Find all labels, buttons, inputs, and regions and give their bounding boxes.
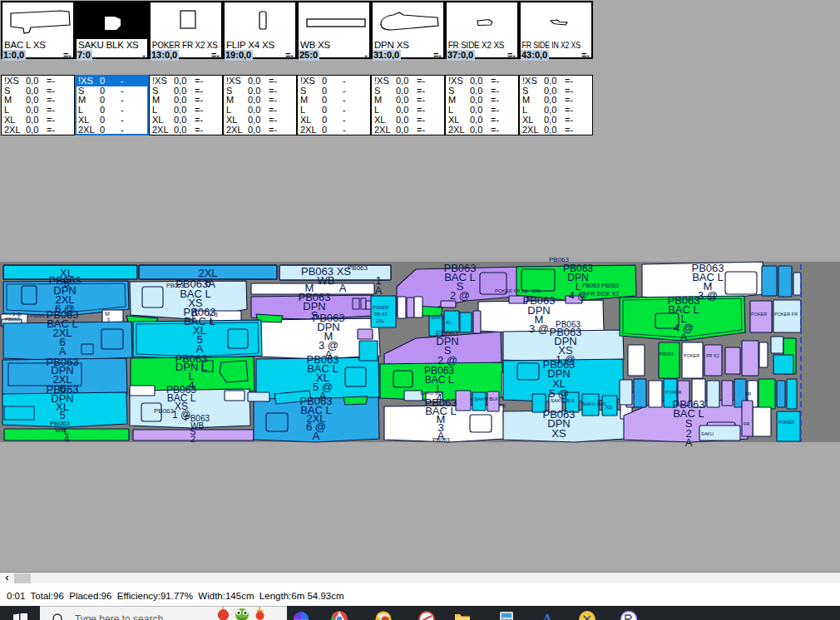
svg-text:2: 2 [190,434,195,444]
svg-text:A: A [313,430,320,442]
svg-text:XS: XS [605,405,612,410]
svg-text:POKER: POKER [684,353,699,358]
svg-text:4 @: 4 @ [569,290,587,302]
svg-text:PB063: PB063 [549,256,570,263]
svg-text:XS: XS [551,427,566,440]
svg-text:PB063: PB063 [348,264,368,272]
svg-text:PB063: PB063 [432,437,450,443]
svg-text:POKER: POKER [373,305,388,310]
svg-text:XL: XL [446,320,452,325]
svg-text:XS: XS [499,403,506,408]
svg-text:3 @: 3 @ [529,322,549,335]
svg-text:SAKU BLK: SAKU BLK [551,398,575,403]
svg-text:1 @: 1 @ [12,312,22,317]
svg-text:POKER FR: POKER FR [774,312,798,317]
svg-text:POKER: POKER [751,312,767,317]
svg-text:2 @: 2 @ [450,289,470,302]
svg-text:POKER: POKER [665,390,681,395]
svg-text:FR X2: FR X2 [706,353,719,358]
svg-text:2XL: 2XL [376,318,384,323]
svg-text:FR X2: FR X2 [374,312,388,317]
svg-text:A: A [680,331,688,343]
svg-text:FR SIDE X2: FR SIDE X2 [587,291,619,297]
svg-text:SAKU: SAKU [431,315,444,320]
svg-text:PB063: PB063 [166,283,184,288]
svg-text:A: A [375,284,383,297]
svg-text:SAKU: SAKU [701,431,714,436]
svg-text:SAKU BLK: SAKU BLK [582,401,606,406]
svg-text:POKER: POKER [778,420,794,425]
svg-text:WB: WB [318,274,335,287]
svg-text:A: A [339,282,347,294]
svg-text:M: M [105,311,110,317]
svg-text:PB063: PB063 [154,407,175,415]
svg-text:PB063 PB063: PB063 PB063 [582,283,619,288]
svg-text:4: 4 [64,434,69,444]
svg-text:A: A [685,436,693,449]
svg-text:3 @: 3 @ [698,289,718,302]
svg-text:2XL: 2XL [532,288,541,293]
svg-text:FR: FR [745,391,751,396]
svg-text:SAKU BLK: SAKU BLK [474,396,498,401]
svg-text:3: 3 [106,317,110,323]
svg-text:POKER FR X2: POKER FR X2 [495,288,528,293]
svg-text:SAKU BLK: SAKU BLK [420,391,444,396]
svg-text:PB063: PB063 [5,317,21,322]
svg-text:A: A [541,611,553,620]
svg-text:FR: FR [744,421,749,426]
svg-text:PB063: PB063 [660,352,674,357]
